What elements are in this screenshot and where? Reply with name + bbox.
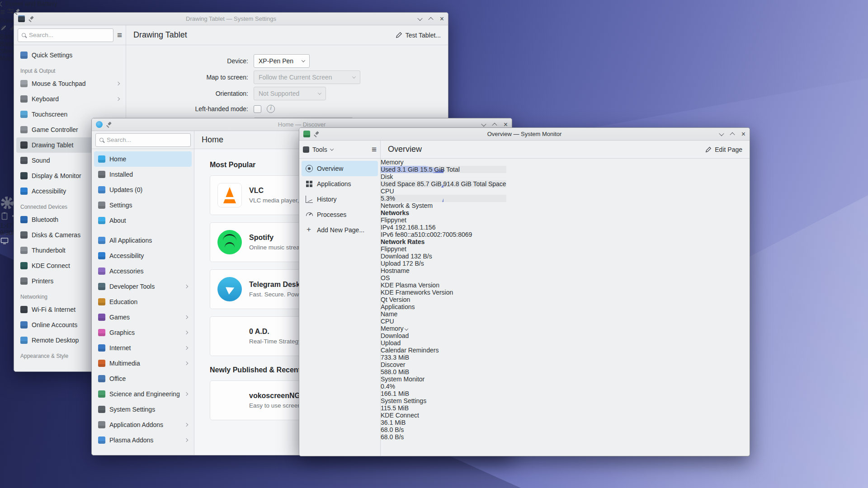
system-monitor-app-icon[interactable] [303, 131, 310, 137]
column-header-upload[interactable]: Upload [381, 339, 506, 347]
sidebar-item[interactable]: Office [94, 371, 192, 386]
system-monitor-header: Tools ≡ Overview Edit Page [299, 141, 750, 159]
sidebar-item[interactable]: Quick Settings [16, 47, 123, 63]
settings-search[interactable] [18, 28, 113, 42]
close-button[interactable]: × [440, 15, 444, 23]
settings-icon [98, 202, 105, 209]
sidebar-item[interactable]: Applications [302, 176, 378, 192]
system-monitor-content: Memory Used 3.1 GiB 15.5 GiB Total Disk [381, 159, 506, 456]
process-memory: 588.0 MiB [381, 368, 506, 375]
peek-desktop-icon[interactable] [0, 236, 9, 245]
hamburger-menu-icon[interactable]: ≡ [117, 31, 122, 39]
clipboard-tray-icon[interactable] [0, 211, 9, 221]
close-button[interactable]: × [504, 121, 508, 128]
sidebar-item-label: Quick Settings [32, 52, 72, 59]
sidebar-item[interactable]: Updates (0) [94, 182, 192, 197]
sidebar-item-label: About [109, 217, 126, 224]
search-input[interactable] [29, 32, 109, 38]
hamburger-menu-icon[interactable]: ≡ [372, 145, 377, 154]
sidebar-item[interactable]: Accessibility [94, 248, 192, 263]
discover-app-icon[interactable] [96, 121, 103, 128]
map-to-screen-combobox[interactable]: Follow the Current Screen [254, 70, 360, 84]
table-header: Name CPU Memory Download Upload [381, 310, 506, 347]
tools-menu-button[interactable]: Tools [303, 146, 333, 153]
sensor-label: KDE Plasma Version [381, 282, 439, 289]
orientation-combobox[interactable]: Not Supported [254, 87, 326, 100]
test-tablet-button[interactable]: Test Tablet... [396, 32, 441, 39]
pin-icon[interactable] [28, 16, 34, 22]
sidebar-item[interactable]: History [302, 192, 378, 207]
sidebar-item[interactable]: Settings [94, 197, 192, 213]
application-addons-icon [98, 421, 105, 428]
keyboard-icon [20, 95, 28, 103]
mouse-icon [20, 80, 28, 87]
history-icon [306, 196, 313, 203]
sidebar-item-label: Accessibility [109, 252, 144, 259]
chevron-down-icon [330, 147, 333, 150]
sidebar-item[interactable]: About [94, 213, 192, 228]
left-handed-checkbox[interactable] [254, 105, 261, 113]
sidebar-item[interactable]: Overview [302, 161, 378, 176]
chevron-right-icon [184, 331, 188, 334]
sidebar-item[interactable]: Developer Tools [94, 279, 192, 294]
sidebar-item[interactable]: Multimedia [94, 356, 192, 371]
chevron-right-icon [184, 315, 188, 319]
system-settings-app-icon[interactable] [18, 15, 25, 22]
window-system-monitor: Overview — System Monitor × Tools ≡ Over… [299, 127, 750, 456]
minimize-button[interactable] [719, 131, 724, 136]
maximize-button[interactable] [730, 132, 735, 137]
sensor-value: fe80::a510:c002:7005:8069 [395, 231, 472, 238]
sidebar-item[interactable]: Installed [94, 167, 192, 182]
sidebar-item[interactable]: Processes [302, 207, 378, 222]
sidebar-item[interactable]: Science and Engineering [94, 386, 192, 402]
table-row[interactable]: Calendar Reminders 733.3 MiB [381, 347, 506, 361]
column-header-download[interactable]: Download [381, 332, 506, 339]
maximize-button[interactable] [428, 17, 433, 22]
minimize-button[interactable] [481, 121, 486, 126]
pin-icon[interactable] [314, 131, 319, 137]
close-button[interactable]: × [741, 131, 745, 138]
pin-icon[interactable] [106, 122, 112, 127]
sidebar-item-label: Touchscreen [32, 111, 67, 118]
sidebar-item[interactable]: Education [94, 294, 192, 310]
chevron-down-icon [302, 58, 305, 62]
window-title: Overview — System Monitor [326, 131, 722, 137]
edit-page-button[interactable]: Edit Page [705, 146, 742, 153]
sidebar-item[interactable]: Application Addons [94, 417, 192, 432]
table-row[interactable]: System Settings 115.5 MiB [381, 397, 506, 412]
overview-icon [306, 165, 313, 172]
sidebar-item[interactable]: Mouse & Touchpad [16, 76, 123, 91]
table-row[interactable]: KDE Connect 36.1 MiB 68.0 B/s 68.0 B/s [381, 412, 506, 441]
search-input[interactable] [107, 136, 187, 143]
sidebar-item[interactable]: Accessories [94, 263, 192, 279]
device-combobox[interactable]: XP-Pen Pen [254, 54, 310, 68]
cpu-card: CPU 5.3% [381, 188, 506, 202]
titlebar-system-settings[interactable]: Drawing Tablet — System Settings × [14, 13, 448, 25]
sidebar-item[interactable]: All Applications [94, 233, 192, 248]
sidebar-item[interactable]: Games [94, 310, 192, 325]
sidebar-item-label: Graphics [109, 329, 135, 336]
table-row[interactable]: System Monitor 0.4% 166.1 MiB [381, 375, 506, 397]
page-title: Overview [388, 145, 422, 154]
discover-search[interactable] [95, 133, 191, 147]
table-row[interactable]: Discover 588.0 MiB [381, 361, 506, 375]
info-icon[interactable] [267, 105, 275, 113]
minimize-button[interactable] [417, 15, 422, 20]
sidebar-item[interactable]: Graphics [94, 325, 192, 340]
telegram-app-icon [217, 277, 242, 301]
column-header-name[interactable]: Name [381, 310, 506, 318]
titlebar-system-monitor[interactable]: Overview — System Monitor × [299, 128, 750, 141]
sidebar-item[interactable]: System Settings [94, 402, 192, 417]
system-info-column: Hostname OS KDE Plasma Version KDE Fra [381, 267, 506, 303]
column-header-cpu[interactable]: CPU [381, 318, 506, 325]
sidebar-item[interactable]: Internet [94, 340, 192, 356]
maximize-button[interactable] [492, 122, 497, 127]
column-header-memory[interactable]: Memory [381, 325, 506, 332]
hamburger-menu-icon[interactable]: ≡ [0, 7, 5, 17]
back-button[interactable] [0, 1, 5, 6]
sidebar-item[interactable]: Keyboard [16, 91, 123, 107]
sidebar-item-label: Games [109, 314, 130, 321]
sidebar-item[interactable]: Home [94, 151, 192, 167]
sidebar-item[interactable]: Plasma Addons [94, 432, 192, 448]
sidebar-item[interactable]: Add New Page... [302, 222, 378, 238]
